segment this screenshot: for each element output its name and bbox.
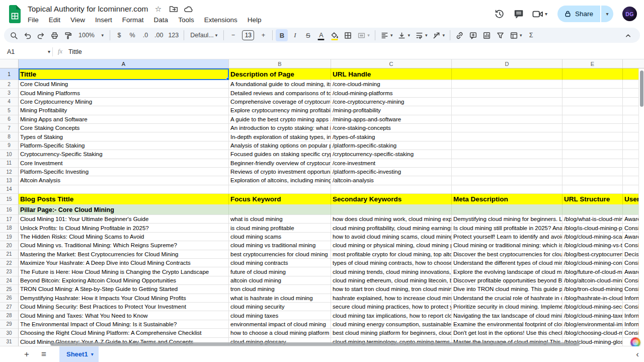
cell-C11[interactable]: /core-investment	[331, 159, 452, 168]
menu-data[interactable]: Data	[150, 15, 173, 25]
cell-A25[interactable]: TRON Cloud Mining: A Step-by-Step Guide …	[19, 285, 229, 294]
cell-D11[interactable]	[452, 159, 562, 168]
decrease-font-size-button[interactable]: −	[227, 29, 239, 41]
menu-file[interactable]: File	[24, 15, 43, 25]
cell-E22[interactable]: /blog/cloud-mining-contr	[562, 259, 623, 267]
row-header-19[interactable]: 19	[0, 233, 19, 241]
row-header-30[interactable]: 30	[0, 329, 19, 337]
row-header-29[interactable]: 29	[0, 320, 19, 329]
menu-extensions[interactable]: Extensions	[200, 15, 242, 25]
cell-E1[interactable]	[562, 68, 623, 80]
vertical-scrollbar-thumb[interactable]	[640, 70, 643, 107]
cell-A4[interactable]: Core Cryptocurrency Mining	[19, 98, 229, 106]
cell-B12[interactable]: Reviews of crypto investment opportuniti	[229, 168, 331, 176]
formula-input[interactable]: Tittle	[68, 48, 82, 55]
cell-B5[interactable]: Explore cryptocurrency mining profitabil…	[229, 106, 331, 115]
cell-D12[interactable]	[452, 168, 562, 176]
cell-C13[interactable]: /altcoin-analysis	[331, 176, 452, 185]
join-call-button[interactable]: ▾	[532, 8, 547, 20]
cell-E2[interactable]	[562, 80, 623, 89]
bold-button[interactable]: B	[276, 29, 288, 41]
cell-E3[interactable]	[562, 89, 623, 97]
increase-font-size-button[interactable]: +	[257, 29, 269, 41]
cell-D30[interactable]: Don't get lost in the options! Use this …	[452, 329, 562, 337]
cell-A21[interactable]: Mastering the Market: Best Cryptocurrenc…	[19, 250, 229, 259]
comment-history-icon[interactable]	[513, 8, 525, 20]
cell-B26[interactable]: what is hashrate in cloud mining	[229, 294, 331, 303]
cell-C17[interactable]: how does cloud mining work, cloud mining…	[331, 215, 452, 224]
cell-E14[interactable]	[562, 185, 623, 194]
cell-E25[interactable]: /blog/tron-cloud-mining-	[562, 285, 623, 294]
cell-B16[interactable]	[229, 205, 331, 215]
cell-B14[interactable]	[229, 185, 331, 194]
cell-A15[interactable]: Blog Posts Tittle	[19, 194, 229, 205]
cell-A6[interactable]: Mining Apps and Software	[19, 115, 229, 124]
text-wrap-icon[interactable]: ▾	[413, 29, 430, 41]
column-header-F[interactable]: F	[623, 59, 644, 68]
cell-A3[interactable]: Cloud Mining Platforms	[19, 89, 229, 97]
format-currency-button[interactable]: $	[113, 29, 125, 41]
cell-B29[interactable]: environmental impact of cloud mining	[229, 320, 331, 329]
column-header-E[interactable]: E	[562, 59, 623, 68]
cell-D21[interactable]: Discover the best cryptocurrencies for c…	[452, 250, 562, 259]
cell-A11[interactable]: Core Investment	[19, 159, 229, 168]
cell-C2[interactable]: /core-cloud-mining	[331, 80, 452, 89]
cell-C28[interactable]: cloud mining tax implications, how to re…	[331, 311, 452, 320]
add-sheet-button[interactable]: +	[20, 348, 33, 361]
cell-B9[interactable]: Analysis of staking options on popular p…	[229, 141, 331, 150]
row-header-26[interactable]: 26	[0, 294, 19, 303]
column-header-A[interactable]: A	[19, 59, 229, 68]
cell-D5[interactable]	[452, 106, 562, 115]
column-header-C[interactable]: C	[331, 59, 452, 68]
cell-D3[interactable]	[452, 89, 562, 97]
cell-C30[interactable]: best cloud mining platform for beginners…	[331, 329, 452, 337]
cell-C10[interactable]: /cryptocurrency-specific-staking	[331, 150, 452, 159]
cell-D8[interactable]	[452, 132, 562, 141]
cell-B20[interactable]: cloud mining vs traditional mining	[229, 241, 331, 250]
cell-E11[interactable]	[562, 159, 623, 168]
row-header-20[interactable]: 20	[0, 241, 19, 250]
sheets-logo-icon[interactable]	[8, 5, 22, 23]
cell-D18[interactable]: Is cloud mining still profitable in 2025…	[452, 224, 562, 232]
cell-C25[interactable]: how to start tron cloud mining, tron clo…	[331, 285, 452, 294]
row-header-8[interactable]: 8	[0, 132, 19, 141]
cell-A17[interactable]: Cloud Mining 101: Your Ultimate Beginner…	[19, 215, 229, 224]
cell-D22[interactable]: Understand the different types of cloud …	[452, 259, 562, 267]
menu-format[interactable]: Format	[118, 15, 148, 25]
row-header-16[interactable]: 16	[0, 205, 19, 215]
cell-E28[interactable]: /blog/cloud-mining-taxes	[562, 311, 623, 320]
cell-C27[interactable]: secure cloud mining practices, how to pr…	[331, 303, 452, 311]
row-header-22[interactable]: 22	[0, 259, 19, 267]
row-header-21[interactable]: 21	[0, 250, 19, 259]
row-header-24[interactable]: 24	[0, 276, 19, 285]
cell-A16[interactable]: Pillar Page:- Core Cloud Mining	[19, 205, 229, 215]
row-header-1[interactable]: 1	[0, 68, 19, 80]
cell-E19[interactable]: /blog/cloud-mining-scam	[562, 233, 623, 241]
cell-C19[interactable]: how to avoid cloud mining scams, cloud m…	[331, 233, 452, 241]
row-header-3[interactable]: 3	[0, 89, 19, 97]
cell-E24[interactable]: /blog/altcoin-cloud-minin	[562, 276, 623, 285]
cell-E16[interactable]	[562, 205, 623, 215]
row-header-9[interactable]: 9	[0, 141, 19, 150]
cell-B28[interactable]: cloud mining taxes	[229, 311, 331, 320]
cell-A20[interactable]: Cloud Mining vs. Traditional Mining: Whi…	[19, 241, 229, 250]
cell-A13[interactable]: Altcoin Analysis	[19, 176, 229, 185]
cell-B27[interactable]: cloud mining security	[229, 303, 331, 311]
cell-D10[interactable]	[452, 150, 562, 159]
account-avatar[interactable]: DG	[622, 7, 637, 21]
cell-A27[interactable]: Cloud Mining Security: Best Practices to…	[19, 303, 229, 311]
cell-E8[interactable]	[562, 132, 623, 141]
cell-E6[interactable]	[562, 115, 623, 124]
cell-E30[interactable]: /blog/choosing-cloud-mi	[562, 329, 623, 337]
cell-B4[interactable]: Comprehensive coverage of cryptocurrer	[229, 98, 331, 106]
cell-D25[interactable]: Dive into TRON cloud mining. This guide …	[452, 285, 562, 294]
cell-E12[interactable]	[562, 168, 623, 176]
cell-D24[interactable]: Discover profitable opportunities beyond…	[452, 276, 562, 285]
document-title[interactable]: Topical Authority for lcominner.com	[28, 5, 148, 14]
cell-D15[interactable]: Meta Description	[452, 194, 562, 205]
cell-D13[interactable]	[452, 176, 562, 185]
cell-B22[interactable]: cloud mining contracts	[229, 259, 331, 267]
cell-B7[interactable]: An introduction to crypto staking: what …	[229, 124, 331, 132]
cell-B18[interactable]: is cloud mining profitable	[229, 224, 331, 232]
cell-A19[interactable]: The Hidden Risks: Cloud Mining Scams to …	[19, 233, 229, 241]
